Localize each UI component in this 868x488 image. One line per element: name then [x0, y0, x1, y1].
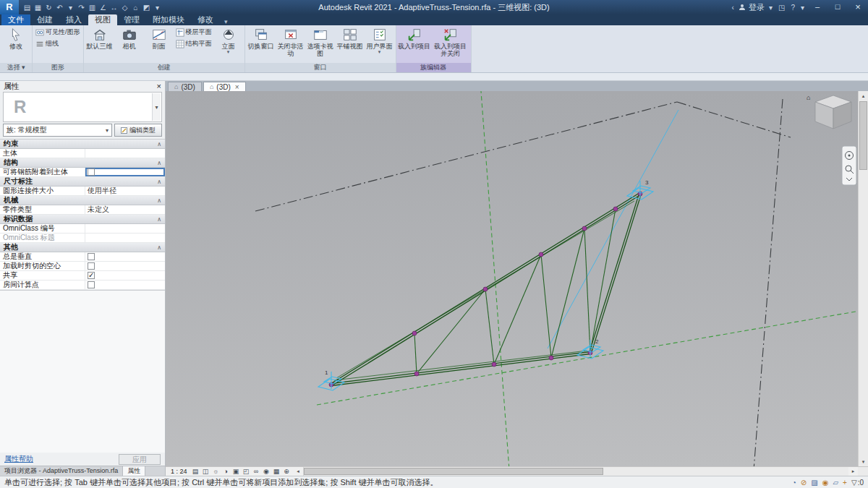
sun-path-icon[interactable]: ☼ — [211, 468, 221, 475]
show-constraints-icon[interactable]: ⊕ — [282, 468, 292, 475]
switch-windows-button[interactable]: 切换窗口 — [247, 27, 276, 50]
login-button[interactable]: 登录 — [749, 2, 765, 13]
tab-properties[interactable]: 属性 — [123, 466, 145, 476]
help-dropdown-icon[interactable]: ▾ — [799, 4, 806, 12]
always-vertical-checkbox[interactable] — [88, 253, 95, 260]
property-value[interactable] — [85, 262, 165, 270]
edit-type-button[interactable]: 编辑类型 — [114, 124, 162, 137]
select-links-icon[interactable]: ⊘ — [801, 479, 807, 487]
scroll-down-icon[interactable]: ▾ — [859, 457, 868, 466]
type-selector-dropdown-icon[interactable]: ▾ — [106, 127, 109, 134]
collapse-chevron-icon[interactable]: ∧ — [157, 216, 161, 223]
panel-label-family-editor[interactable]: 族编辑器 — [396, 63, 471, 72]
close-view-tab-icon[interactable]: × — [235, 83, 239, 91]
panel-label-graphics[interactable]: 图形 — [33, 63, 83, 72]
shadows-icon[interactable]: ◑ — [221, 468, 231, 475]
property-value[interactable] — [85, 149, 165, 158]
vertical-scrollbar[interactable]: ▴ ▾ — [858, 91, 868, 466]
reveal-hidden-elements-icon[interactable]: ◉ — [262, 468, 271, 475]
close-inactive-button[interactable]: 关闭非活动 — [276, 27, 305, 57]
rebar-checkbox[interactable] — [88, 168, 95, 176]
temporary-view-properties-icon[interactable]: ▦ — [272, 468, 281, 475]
visibility-graphics-button[interactable]: 可见性/图形 — [34, 27, 82, 38]
apply-button[interactable]: 应用 — [119, 454, 161, 465]
collapse-chevron-icon[interactable]: ∧ — [157, 244, 161, 251]
tab-create[interactable]: 创建 — [30, 14, 59, 25]
load-into-project-button[interactable]: 载入到项目 — [398, 27, 431, 50]
app-store-icon[interactable]: ◳ — [777, 4, 786, 12]
tab-file[interactable]: 文件 — [1, 14, 30, 25]
view-tab-3d-inactive[interactable]: ⌂ (3D) — [168, 82, 202, 91]
measure-icon[interactable]: ∠ — [98, 4, 109, 12]
property-value[interactable]: 未定义 — [85, 205, 165, 214]
tab-view[interactable]: 视图 — [88, 14, 117, 25]
drawing-area[interactable]: 1 2 3 — [166, 91, 868, 466]
tab-addins[interactable]: 附加模块 — [146, 14, 191, 25]
open-icon[interactable]: ▤ — [22, 4, 33, 12]
elevation-dropdown-icon[interactable]: ▾ — [227, 50, 230, 54]
panel-label-create[interactable]: 创建 — [84, 63, 244, 72]
user-interface-button[interactable]: 用户界面 ▾ — [365, 27, 394, 54]
floor-plan-button[interactable]: 楼层平面 — [174, 27, 213, 38]
cut-voids-checkbox[interactable] — [88, 262, 95, 270]
group-structural[interactable]: 结构∧ — [0, 158, 165, 168]
maximize-button[interactable]: □ — [829, 1, 846, 14]
property-value[interactable] — [85, 281, 165, 289]
back-icon[interactable]: ‹ — [731, 4, 736, 12]
ribbon-display-toggle-icon[interactable]: ▾ — [224, 18, 228, 25]
camera-button[interactable]: 相机 — [115, 27, 144, 50]
properties-close-icon[interactable]: × — [157, 82, 161, 90]
aligned-dimension-icon[interactable]: ↔ — [109, 4, 119, 12]
group-dimensions[interactable]: 尺寸标注∧ — [0, 177, 165, 187]
worksharing-icon[interactable]: ◔ — [792, 479, 796, 487]
selection-filter-button[interactable]: ▽ :0 — [851, 479, 864, 487]
customize-qat-dropdown-icon[interactable]: ▾ — [152, 4, 163, 12]
group-mechanical[interactable]: 机械∧ — [0, 196, 165, 205]
view-tab-3d-active[interactable]: ⌂ (3D) × — [203, 82, 246, 91]
family-preview[interactable]: R ▾ — [3, 92, 162, 122]
property-value[interactable] — [85, 234, 165, 242]
close-button[interactable]: × — [849, 1, 867, 14]
user-interface-dropdown-icon[interactable]: ▾ — [378, 50, 381, 54]
property-value[interactable]: 使用半径 — [85, 187, 165, 195]
revit-logo-icon[interactable]: R — [0, 0, 19, 14]
help-icon[interactable]: ? — [789, 4, 796, 12]
type-selector[interactable]: 族: 常规模型 ▾ — [3, 124, 112, 137]
viewcube-home-icon[interactable]: ⌂ — [807, 94, 810, 101]
horizontal-scroll-thumb[interactable] — [304, 468, 603, 475]
select-pinned-elements-icon[interactable]: ◉ — [822, 479, 829, 487]
structure-plan-button[interactable]: 结构平面 — [174, 38, 213, 49]
group-other[interactable]: 其他∧ — [0, 243, 165, 252]
visual-style-icon[interactable]: ◫ — [201, 468, 210, 475]
group-identity-data[interactable]: 标识数据∧ — [0, 215, 165, 224]
properties-help-link[interactable]: 属性帮助 — [4, 454, 33, 464]
select-elements-by-face-icon[interactable]: ▱ — [833, 479, 838, 487]
elevation-button[interactable]: 立面 ▾ — [214, 27, 243, 54]
detail-level-icon[interactable]: ▤ — [191, 468, 200, 475]
undo-icon[interactable]: ↶ — [54, 4, 65, 12]
collapse-chevron-icon[interactable]: ∧ — [157, 141, 161, 147]
show-crop-region-icon[interactable]: ◰ — [242, 468, 251, 475]
default-3d-view-icon[interactable]: ⌂ — [130, 4, 141, 12]
room-calc-checkbox[interactable] — [88, 281, 95, 288]
property-value[interactable] — [85, 252, 165, 261]
save-icon[interactable]: ▦ — [33, 4, 43, 12]
tab-views-button[interactable]: 选项卡视图 — [306, 27, 335, 57]
section-button[interactable]: 剖面 — [145, 27, 174, 50]
sync-icon[interactable]: ↻ — [43, 4, 54, 12]
tag-icon[interactable]: ◇ — [119, 4, 130, 12]
select-underlay-elements-icon[interactable]: ▨ — [811, 479, 817, 487]
tab-manage[interactable]: 管理 — [117, 14, 146, 25]
view-cube[interactable] — [815, 95, 851, 129]
collapse-chevron-icon[interactable]: ∧ — [157, 197, 161, 204]
tab-modify[interactable]: 修改 — [191, 14, 220, 25]
tab-insert[interactable]: 插入 — [59, 14, 88, 25]
load-into-project-and-close-button[interactable]: 载入到项目并关闭 — [432, 27, 469, 57]
tile-views-button[interactable]: 平铺视图 — [336, 27, 365, 50]
panel-label-select[interactable]: 选择 ▾ — [0, 63, 32, 72]
drag-elements-icon[interactable]: + — [843, 479, 847, 487]
group-constraints[interactable]: 约束∧ — [0, 140, 165, 149]
shared-checkbox[interactable] — [88, 272, 95, 279]
section-icon[interactable]: ◩ — [141, 4, 152, 12]
thin-lines-button[interactable]: 细线 — [34, 38, 82, 49]
